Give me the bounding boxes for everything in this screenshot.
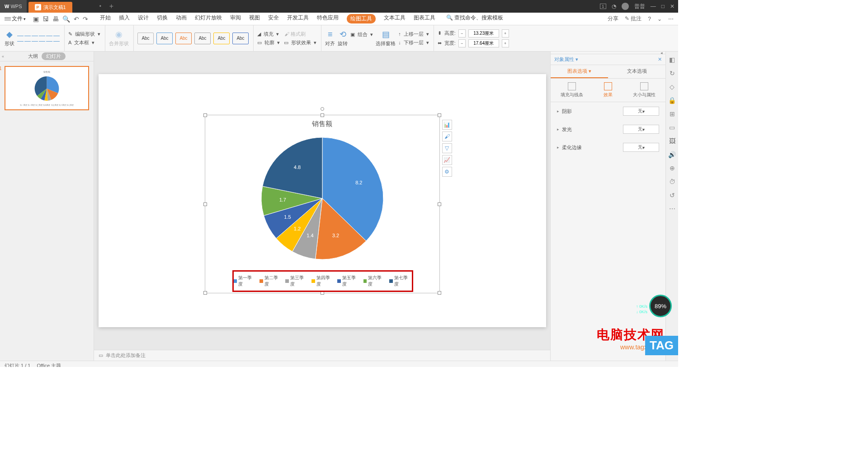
select-pane-button[interactable]: ▤选择窗格 <box>376 29 396 47</box>
soft-edge-row[interactable]: ▸柔化边缘无 ▾ <box>551 138 665 156</box>
slide-panel: « 大纲 幻灯片 1 销售额 <box>0 52 94 361</box>
outline-button[interactable]: ▭ 轮廓 ▾ ▭ 形状效果 ▾ <box>257 39 316 46</box>
tab-design[interactable]: 设计 <box>138 14 149 24</box>
effects-subtab[interactable]: 效果 <box>604 82 613 98</box>
rail-icon[interactable]: ↻ <box>670 70 675 77</box>
undo-icon[interactable]: ↶ <box>74 15 79 23</box>
text-options-tab[interactable]: 文本选项 <box>608 65 665 78</box>
tab-view[interactable]: 视图 <box>249 14 260 24</box>
textbox-button[interactable]: A 文本框 ▾ <box>68 39 100 46</box>
redo-icon[interactable]: ↷ <box>83 15 88 23</box>
handle-se[interactable] <box>438 291 441 295</box>
new-tab-button[interactable]: + <box>109 2 113 10</box>
chart-object[interactable]: 销售额 8.23.21.41.21.51.74.8 第一季度第二季度第三季度第四… <box>205 115 440 293</box>
open-icon[interactable]: ▣ <box>33 15 39 23</box>
more-icon[interactable]: ⋯ <box>668 16 674 22</box>
document-tab[interactable]: P演示文稿1 <box>28 2 72 13</box>
file-menu[interactable]: 文件▾ <box>5 15 26 23</box>
tab-review[interactable]: 审阅 <box>230 14 241 24</box>
slide-thumbnail[interactable]: 销售额 第一季度 第二季度 第三季度 第四季度 第五季度 第六季度 第七季度 <box>5 66 89 110</box>
style-gallery[interactable]: Abc Abc Abc Abc Abc Abc <box>137 25 254 51</box>
performance-widget[interactable]: 89% <box>649 295 672 317</box>
chart-element-icon[interactable]: 📊 <box>442 120 452 130</box>
tab-draw[interactable]: 绘图工具 <box>347 14 376 24</box>
rail-icon[interactable]: ▭ <box>669 124 675 131</box>
slides-tab[interactable]: 幻灯片 <box>42 52 66 60</box>
handle-nw[interactable] <box>203 113 207 117</box>
rail-icon[interactable]: ⊞ <box>670 110 675 118</box>
tab-start[interactable]: 开始 <box>100 14 111 24</box>
height-minus[interactable]: − <box>458 29 466 38</box>
handle-e[interactable] <box>438 202 441 206</box>
outline-tab[interactable]: 大纲 <box>28 53 38 60</box>
save-icon[interactable]: 🖫 <box>42 15 49 23</box>
size-props-subtab[interactable]: 大小与属性 <box>633 82 656 98</box>
edit-shape-button[interactable]: ✎ 编辑形状 ▾ <box>68 31 100 38</box>
rail-icon[interactable]: ⊕ <box>670 164 675 172</box>
tab-transition[interactable]: 切换 <box>157 14 168 24</box>
rail-icon[interactable]: ◇ <box>670 83 675 90</box>
panel-title: 对象属性 ▾ <box>554 56 578 63</box>
rotate-button[interactable]: ⟲旋转 <box>338 29 348 47</box>
rail-icon[interactable]: ⋯ <box>669 205 675 212</box>
close-panel-icon[interactable]: ✕ <box>658 56 662 62</box>
maximize-icon[interactable]: □ <box>661 3 665 9</box>
minimize-icon[interactable]: — <box>651 3 656 9</box>
window-icon-1[interactable]: 1 <box>600 4 606 9</box>
skin-icon[interactable]: ◔ <box>612 3 616 9</box>
tab-special[interactable]: 特色应用 <box>317 14 339 24</box>
search-command[interactable]: 🔍 查找命令、搜索模板 <box>446 14 503 24</box>
width-minus[interactable]: − <box>458 39 466 47</box>
annotate-button[interactable]: ✎ 批注 <box>625 15 642 23</box>
down-layer-button[interactable]: ↓ 下移一层 ▾ <box>398 39 429 46</box>
collapse-panel-icon[interactable]: « <box>2 54 4 59</box>
chart-settings-icon[interactable]: ⚙ <box>442 167 452 177</box>
tab-text-tools[interactable]: 文本工具 <box>384 14 406 24</box>
collapse-ribbon-icon[interactable]: ⌄ <box>657 16 662 22</box>
close-icon[interactable]: ✕ <box>670 3 675 9</box>
tab-animation[interactable]: 动画 <box>176 14 187 24</box>
rail-icon[interactable]: ⏱ <box>669 178 675 185</box>
combine-button[interactable]: ▣ 组合 ▾ <box>350 31 373 38</box>
handle-n[interactable] <box>321 113 324 117</box>
height-plus[interactable]: + <box>502 29 509 38</box>
tab-slideshow[interactable]: 幻灯片放映 <box>195 14 222 24</box>
width-plus[interactable]: + <box>502 39 509 47</box>
slide[interactable]: 销售额 8.23.21.41.21.51.74.8 第一季度第二季度第三季度第四… <box>99 74 546 327</box>
shape-button[interactable]: ◆形状 <box>5 29 14 47</box>
rail-icon[interactable]: 🖼 <box>669 137 675 145</box>
preview-icon[interactable]: 🔍 <box>62 15 70 23</box>
fill-line-subtab[interactable]: 填充与线条 <box>561 82 583 98</box>
rail-icon[interactable]: ↺ <box>670 192 675 199</box>
tab-insert[interactable]: 插入 <box>119 14 130 24</box>
print-icon[interactable]: 🖶 <box>52 15 59 23</box>
rail-icon[interactable]: 🔊 <box>668 151 676 158</box>
handle-w[interactable] <box>203 202 207 206</box>
up-layer-button[interactable]: ↑ 上移一层 ▾ <box>398 31 429 38</box>
shadow-row[interactable]: ▸阴影无 ▾ <box>551 102 665 120</box>
chart-title: 销售额 <box>205 120 439 128</box>
notes-bar[interactable]: ▭ 单击此处添加备注 <box>94 350 550 361</box>
rail-icon[interactable]: ◧ <box>669 56 675 63</box>
tab-security[interactable]: 安全 <box>268 14 279 24</box>
share-button[interactable]: 分享 <box>608 15 618 23</box>
help-icon[interactable]: ? <box>648 16 651 22</box>
width-input[interactable] <box>468 39 499 47</box>
chart-filter-icon[interactable]: ▽ <box>442 143 452 153</box>
height-input[interactable] <box>468 29 499 38</box>
chart-data-icon[interactable]: 📈 <box>442 155 452 165</box>
handle-ne[interactable] <box>438 113 441 117</box>
tab-dev[interactable]: 开发工具 <box>287 14 309 24</box>
handle-sw[interactable] <box>203 291 207 295</box>
chart-options-tab[interactable]: 图表选项 ▾ <box>551 65 608 78</box>
chart-brush-icon[interactable]: 🖌 <box>442 132 452 141</box>
fill-button[interactable]: ◢ 填充 ▾ 🖌 格式刷 <box>257 31 316 38</box>
rail-icon[interactable]: 🔒 <box>668 97 676 104</box>
line-gallery[interactable] <box>17 33 60 43</box>
glow-row[interactable]: ▸发光无 ▾ <box>551 120 665 138</box>
svg-text:4.8: 4.8 <box>293 164 300 170</box>
avatar-icon[interactable] <box>622 3 629 10</box>
align-button[interactable]: ≡对齐 <box>325 30 335 47</box>
rotate-handle[interactable] <box>321 107 324 111</box>
tab-chart-tools[interactable]: 图表工具 <box>414 14 435 24</box>
